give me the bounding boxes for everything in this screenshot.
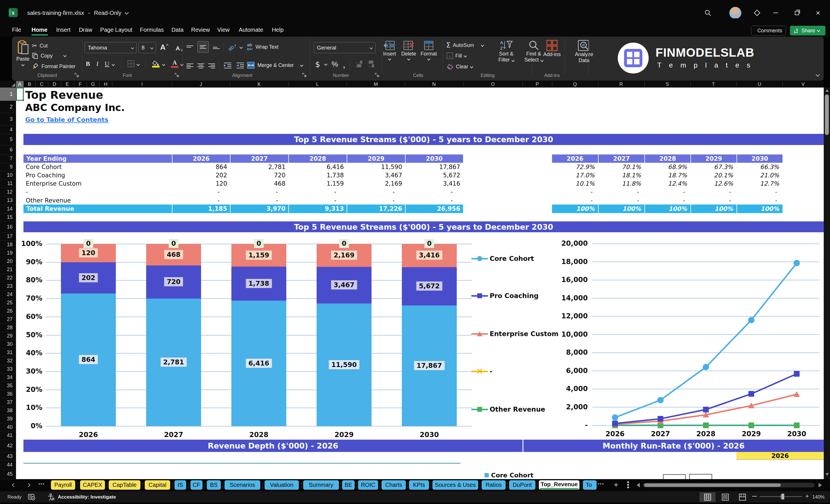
sheet-tab-CapTable[interactable]: CapTable — [109, 480, 140, 490]
premium-gem-button[interactable] — [751, 7, 764, 19]
comments-button[interactable]: Comments — [751, 26, 786, 35]
row-header-40[interactable]: 40 — [0, 423, 12, 431]
menu-tab-help[interactable]: Help — [270, 25, 285, 34]
row-header-22[interactable]: 22 — [0, 274, 12, 282]
column-header-K[interactable]: K — [230, 81, 288, 88]
accessibility-icon[interactable] — [47, 493, 55, 501]
row-header-34[interactable]: 34 — [0, 373, 12, 382]
scroll-up-arrow-icon[interactable] — [825, 89, 829, 92]
number-format-combo[interactable]: General — [314, 42, 376, 53]
increase-font-size-button[interactable]: A˄ — [160, 43, 168, 52]
row-header-5[interactable]: 5 — [0, 134, 12, 145]
underline-button[interactable]: U — [105, 60, 109, 67]
column-header-H[interactable]: H — [99, 81, 112, 88]
column-header-U[interactable]: U — [736, 81, 783, 88]
italic-button[interactable]: I — [96, 60, 98, 67]
sheet-tab-DuPont[interactable]: DuPont — [509, 480, 535, 490]
delete-cells-button[interactable]: Delete — [399, 40, 418, 60]
page-break-view-button[interactable] — [734, 492, 751, 502]
column-header-P[interactable]: P — [522, 81, 552, 88]
restore-button[interactable] — [790, 7, 803, 19]
row-header-30[interactable]: 30 — [0, 340, 12, 348]
sheet-tab-IS[interactable]: IS — [174, 480, 186, 490]
column-header-M[interactable]: M — [347, 81, 405, 88]
sheet-tab-ROIC[interactable]: ROIC — [358, 480, 378, 490]
row-header-4[interactable]: 4 — [0, 125, 12, 134]
row-header-16[interactable]: 16 — [0, 221, 12, 232]
more-sheets-right-icon[interactable]: ••• — [598, 481, 604, 486]
vertical-scrollbar[interactable] — [824, 88, 830, 479]
addins-button[interactable]: Add-ins — [538, 39, 566, 58]
align-right-button[interactable] — [208, 63, 215, 68]
select-all-corner[interactable] — [0, 81, 16, 88]
row-header-19[interactable]: 19 — [0, 249, 12, 257]
orientation-dropdown-chevron-icon[interactable] — [240, 45, 243, 49]
decrease-decimal-button[interactable]: .00→.0 — [367, 60, 374, 68]
row-header-9[interactable]: 9 — [0, 163, 12, 171]
sheet-tab-Scenarios[interactable]: Scenarios — [225, 480, 260, 490]
analyze-data-button[interactable]: AnalyzeData — [569, 39, 599, 63]
font-color-dropdown-chevron-icon[interactable] — [180, 63, 183, 66]
close-button[interactable]: × — [811, 7, 825, 19]
fill-color-dropdown-chevron-icon[interactable] — [162, 63, 165, 66]
zoom-in-button[interactable]: + — [804, 494, 810, 499]
increase-decimal-button[interactable]: ←.0.00 — [355, 60, 362, 68]
scroll-down-arrow-icon[interactable] — [825, 473, 829, 476]
sheet-tab-Capital[interactable]: Capital — [145, 480, 170, 490]
clear-button[interactable]: Clear — [447, 63, 473, 70]
column-header-B[interactable]: B — [24, 81, 35, 88]
row-header-39[interactable]: 39 — [0, 415, 12, 423]
zoom-slider-handle[interactable] — [781, 494, 784, 499]
row-header-18[interactable]: 18 — [0, 241, 12, 249]
vertical-scroll-thumb[interactable] — [825, 94, 829, 135]
row-header-17[interactable]: 17 — [0, 232, 12, 241]
autosum-button[interactable]: Σ AutoSum — [446, 41, 484, 49]
insert-cells-button[interactable]: Insert — [380, 40, 399, 60]
sort-filter-button[interactable]: AZ Sort &Filter — [493, 39, 519, 63]
minimize-button[interactable] — [769, 7, 782, 19]
accounting-dropdown-chevron-icon[interactable] — [324, 62, 327, 65]
sheet-tab-BS[interactable]: BS — [207, 480, 221, 490]
bold-button[interactable]: B — [86, 60, 90, 67]
column-header-D[interactable]: D — [48, 81, 61, 88]
row-header-11[interactable]: 11 — [0, 179, 12, 188]
menu-tab-automate[interactable]: Automate — [237, 25, 265, 34]
format-cells-button[interactable]: Format — [419, 40, 439, 60]
row-header-20[interactable]: 20 — [0, 257, 12, 265]
column-header-A[interactable]: A — [16, 81, 24, 88]
row-header-7[interactable]: 7 — [0, 154, 12, 163]
search-button[interactable] — [701, 7, 714, 19]
row-header-29[interactable]: 29 — [0, 332, 12, 340]
row-header-21[interactable]: 21 — [0, 265, 12, 274]
column-header-N[interactable]: N — [405, 81, 463, 88]
menu-tab-review[interactable]: Review — [190, 25, 211, 34]
previous-sheet-arrow-icon[interactable] — [12, 483, 16, 487]
sheet-tab-Valuation[interactable]: Valuation — [264, 480, 299, 490]
row-header-12[interactable]: 12 — [0, 188, 12, 196]
user-avatar[interactable] — [729, 7, 741, 19]
row-header-2[interactable]: 2 — [0, 101, 12, 113]
next-sheet-arrow-icon[interactable] — [26, 483, 30, 487]
column-header-Q[interactable]: Q — [552, 81, 598, 88]
orientation-button[interactable]: ab↗ — [227, 42, 238, 52]
sheet-tab-Summary[interactable]: Summary — [303, 480, 339, 490]
increase-indent-button[interactable] — [236, 62, 245, 69]
cut-button[interactable]: ✂Cut — [32, 42, 48, 49]
borders-dropdown-chevron-icon[interactable] — [136, 63, 139, 66]
more-sheets-left-icon[interactable]: ••• — [38, 481, 45, 486]
row-header-27[interactable]: 27 — [0, 315, 12, 323]
copy-button[interactable]: Copy — [32, 53, 66, 59]
page-layout-view-button[interactable] — [717, 492, 733, 502]
row-header-25[interactable]: 25 — [0, 298, 12, 307]
zoom-slider-track[interactable] — [760, 496, 802, 497]
percent-style-button[interactable]: % — [331, 60, 338, 69]
menu-tab-home[interactable]: Home — [30, 25, 49, 34]
column-header-J[interactable]: J — [172, 81, 230, 88]
sheet-tab-CAPEX[interactable]: CAPEX — [80, 480, 105, 490]
column-header-C[interactable]: C — [35, 81, 48, 88]
display-settings-icon[interactable] — [28, 494, 35, 501]
row-header-23[interactable]: 23 — [0, 282, 12, 290]
horizontal-scroll-track[interactable] — [643, 483, 815, 487]
number-dialog-launcher[interactable] — [374, 72, 380, 78]
row-header-13[interactable]: 13 — [0, 196, 12, 204]
